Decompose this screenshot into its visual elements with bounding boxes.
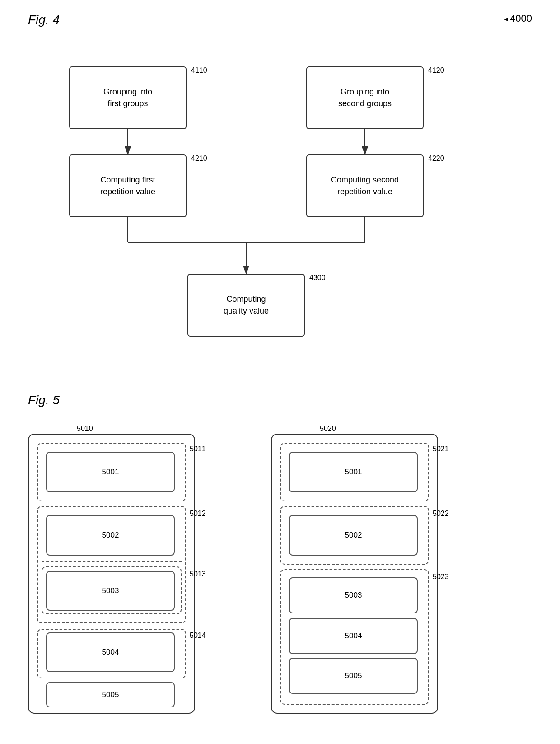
item-5001-b: 5001 (289, 452, 418, 492)
box-4120-label: Grouping intosecond groups (338, 86, 392, 109)
item-5004-b-label: 5004 (345, 632, 362, 641)
ref-5021: 5021 (433, 445, 449, 453)
ref-5011: 5011 (190, 445, 206, 453)
fig4-number: 4000 (503, 13, 532, 24)
box-4120: Grouping intosecond groups (306, 66, 424, 129)
item-5001-a: 5001 (46, 452, 175, 492)
box-4210: Computing firstrepetition value (69, 154, 187, 217)
box-4110-label: Grouping intofirst groups (103, 86, 152, 109)
item-5003-a: 5003 (46, 571, 175, 611)
ref-4220: 4220 (428, 154, 444, 163)
ref-5020: 5020 (320, 425, 336, 433)
ref-4120: 4120 (428, 66, 444, 75)
item-5003-b: 5003 (289, 577, 418, 613)
box-4220-label: Computing secondrepetition value (331, 174, 399, 197)
ref-5010: 5010 (77, 425, 93, 433)
ref-5012: 5012 (190, 510, 206, 518)
page: Fig. 4 4000 Grouping intofirst groups 41… (0, 0, 560, 744)
item-5005-a: 5005 (46, 682, 175, 707)
item-5001-b-label: 5001 (345, 468, 362, 477)
item-5005-b-label: 5005 (345, 671, 362, 680)
box-4300-label: Computingquality value (224, 294, 269, 316)
ref-4300: 4300 (309, 274, 326, 282)
ref-5023: 5023 (433, 573, 449, 581)
item-5004-a-label: 5004 (102, 648, 119, 657)
box-4110: Grouping intofirst groups (69, 66, 187, 129)
box-4210-label: Computing firstrepetition value (100, 174, 155, 197)
box-4220: Computing secondrepetition value (306, 154, 424, 217)
item-5005-b: 5005 (289, 658, 418, 694)
fig5-label: Fig. 5 (28, 393, 60, 407)
item-5002-b: 5002 (289, 515, 418, 556)
ref-4210: 4210 (191, 154, 207, 163)
item-5004-a: 5004 (46, 632, 175, 672)
item-5002-a: 5002 (46, 515, 175, 556)
sep-5012 (42, 561, 182, 562)
fig4-label: Fig. 4 (28, 13, 60, 27)
box-4300: Computingquality value (187, 274, 305, 337)
ref-4110: 4110 (191, 66, 207, 75)
ref-5013: 5013 (190, 570, 206, 578)
item-5001-a-label: 5001 (102, 468, 119, 477)
item-5004-b: 5004 (289, 618, 418, 654)
item-5003-b-label: 5003 (345, 591, 362, 600)
ref-5014: 5014 (190, 632, 206, 640)
item-5005-a-label: 5005 (102, 690, 119, 699)
item-5002-b-label: 5002 (345, 531, 362, 540)
item-5003-a-label: 5003 (102, 586, 119, 595)
item-5002-a-label: 5002 (102, 531, 119, 540)
ref-5022: 5022 (433, 510, 449, 518)
